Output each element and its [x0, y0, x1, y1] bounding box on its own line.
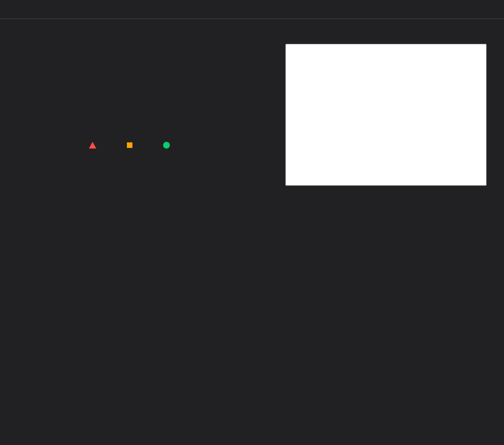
legend-high	[163, 142, 176, 149]
triangle-icon	[89, 142, 96, 149]
legend-low	[89, 142, 102, 149]
score-legend	[89, 142, 176, 149]
performance-section	[17, 44, 487, 186]
legend-mid	[127, 142, 139, 148]
performance-summary	[17, 44, 248, 149]
circle-icon	[163, 142, 170, 149]
gauge-summary-row	[0, 0, 504, 19]
page-screenshot	[285, 44, 487, 186]
square-icon	[127, 142, 132, 148]
performance-big-gauge	[102, 44, 163, 105]
main-content	[0, 19, 504, 246]
